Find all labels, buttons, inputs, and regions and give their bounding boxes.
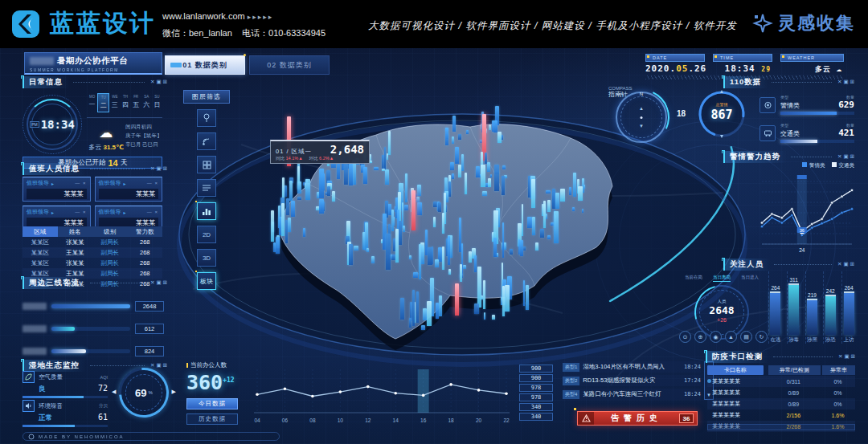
layer-2d-button[interactable]: 2D: [197, 226, 216, 243]
window-icon[interactable]: ▣: [843, 153, 848, 160]
logo-icon: [11, 8, 43, 40]
expand-icon[interactable]: ⊞: [850, 79, 854, 85]
data110-row-traffic: 类型数量 交通类421: [760, 123, 854, 143]
person-counter: 当前在岗 当日离岗 当日进入 人员 2648 +26: [685, 275, 759, 340]
table-row[interactable]: 某某某某某0/890%: [707, 398, 855, 409]
compass[interactable]: N ▲ ▼: [616, 92, 667, 143]
table-row[interactable]: 某某某某某2/1561.6%: [707, 409, 855, 421]
layer-signal-button[interactable]: [197, 132, 216, 150]
services-tagline: 大数据可视化设计 / 软件界面设计 / 网站建设 / 手机及小程序设计 / 软件…: [368, 19, 737, 33]
window-icon[interactable]: ▣: [156, 165, 161, 172]
stat-boxes: 900 900 978 978 340 340: [519, 365, 553, 421]
alert-row[interactable]: 类型4某路口有小汽车连闯三个红灯18:24: [563, 389, 701, 400]
speaker-icon: [23, 400, 35, 412]
trend-legend: 警情类 交通类: [760, 162, 854, 169]
panel-title-focus-people: 关注人员 ✕▣⊞: [723, 259, 854, 270]
layer-grid-button[interactable]: [197, 156, 216, 173]
layer-3d-button[interactable]: 3D: [197, 249, 216, 267]
today-data-button[interactable]: 今日数据: [186, 398, 238, 409]
gauge-right-arrow[interactable]: ▶: [172, 389, 176, 395]
focus-bar: 242涉恐: [823, 271, 837, 344]
expand-icon[interactable]: ⊞: [163, 79, 167, 85]
duty-card[interactable]: 值班领导▸— ×某某某: [95, 177, 163, 202]
expand-icon[interactable]: ⊞: [163, 165, 167, 172]
window-icon[interactable]: ▣: [844, 353, 849, 360]
weekday[interactable]: TH四: [120, 93, 130, 112]
window-icon[interactable]: ▣: [843, 261, 848, 267]
gauge-left-arrow[interactable]: ◀: [112, 389, 116, 395]
table-row[interactable]: 某某区张某某副局长268: [23, 258, 162, 268]
svg-text:20: 20: [476, 418, 482, 423]
week-strip: MO一 TU二 WE三 TH四 FR五 SA六 SU日: [87, 93, 162, 112]
office-count-block: 当前办公人数 360+12 今日数据 历史数据: [186, 361, 249, 425]
weekday[interactable]: SU日: [152, 93, 162, 112]
table-row[interactable]: 某某区张某某副局长268: [23, 237, 162, 247]
analog-digital-clock: PM18:34: [23, 95, 82, 154]
table-row[interactable]: 某某区王某某副局长268: [23, 247, 162, 258]
table-header: 区域姓名级别警力数: [23, 226, 162, 237]
divider: [87, 117, 162, 118]
history-data-button[interactable]: 历史数据: [186, 413, 238, 425]
close-icon[interactable]: ✕: [150, 165, 154, 172]
duty-leader-cards: 值班领导▸— ×某某某 值班领导▸— ×某某某 值班领导▸— ×某某某 值班领导…: [23, 177, 162, 230]
alert-row[interactable]: 类型2RD13-53烟感报警疑似火灾17:24: [563, 375, 701, 386]
window-icon[interactable]: ▣: [156, 279, 161, 286]
layer-pin-button[interactable]: [197, 109, 216, 127]
total-alarm-gauge: 总警情 867: [696, 88, 747, 140]
tab-left-today[interactable]: 当日离岗: [713, 275, 731, 282]
close-icon[interactable]: ✕: [150, 279, 154, 286]
logo[interactable]: 蓝蓝设计: [11, 7, 156, 40]
svg-text:12: 12: [365, 418, 371, 423]
focus-people-bar-chart: 264在逃311涉毒219涉黑242涉恐264上访: [768, 271, 855, 344]
inspiration-collect[interactable]: 灵感收集: [752, 11, 855, 35]
svg-text:14: 14: [393, 418, 399, 423]
expand-icon[interactable]: ⊞: [850, 261, 854, 267]
weekday[interactable]: WE三: [109, 93, 120, 112]
map-tool-add-icon[interactable]: ⊕: [694, 331, 706, 343]
expand-icon[interactable]: ⊞: [851, 353, 855, 360]
weekday[interactable]: TU二: [97, 93, 109, 112]
diamond-icon: [28, 434, 35, 440]
map-tool-refresh-icon[interactable]: ↻: [755, 331, 768, 343]
compass-value: 18: [677, 109, 686, 118]
checkpoint-table: 卡口名称异常/已检测异常率 某某某某某0/3110% 某某某某某0/890% 某…: [707, 365, 855, 432]
close-icon[interactable]: ✕: [837, 261, 841, 267]
dashboard: 暑期办公协作平台 SUMMER WORKING PLATFORM 01 数据类别…: [0, 48, 868, 444]
map-tool-layers-icon[interactable]: ▤: [740, 331, 752, 343]
close-icon[interactable]: ✕: [150, 79, 154, 85]
weekday[interactable]: FR五: [131, 93, 141, 112]
duty-card[interactable]: 值班领导▸— ×某某某: [23, 177, 91, 202]
map-tool-target-icon[interactable]: ⊙: [679, 331, 691, 343]
table-row[interactable]: 某某某某某0/890%: [707, 387, 855, 398]
window-icon[interactable]: ▣: [843, 79, 848, 85]
air-quality-metric: 空气质量AQI 良72: [23, 371, 108, 398]
passenger-flow-bars: 2648 612 824: [23, 291, 164, 358]
layer-filter-panel: 图层筛选 2D 3D 板块: [183, 90, 230, 290]
expand-icon[interactable]: ⊞: [850, 153, 854, 160]
layer-list-button[interactable]: [197, 179, 216, 197]
weekday[interactable]: MO一: [87, 93, 97, 112]
weekday[interactable]: SA六: [141, 93, 152, 112]
layer-block-button[interactable]: 板块: [197, 272, 216, 290]
tab-current[interactable]: 当前在岗: [685, 275, 702, 282]
panel-title-passenger-flow: 周边三线客流 ✕▣⊞: [23, 277, 167, 288]
website-link[interactable]: www.lanlanwork.com: [162, 11, 245, 21]
close-icon[interactable]: ✕: [837, 79, 841, 85]
censored-line-label: [23, 303, 47, 310]
flow-row: 2648: [23, 299, 164, 313]
close-icon[interactable]: ✕: [837, 153, 841, 160]
close-icon[interactable]: ✕: [838, 353, 842, 360]
window-icon[interactable]: ▣: [156, 79, 161, 85]
alert-history-bar[interactable]: 告警历史 36: [577, 411, 698, 426]
table-row[interactable]: 某某某某某0/3110%: [707, 376, 855, 387]
censored-line-label: [23, 348, 47, 355]
wechat-label: 微信：ben_lanlan: [162, 28, 232, 38]
alert-row[interactable]: 类型1湿地3-104片区有不明人员闯入18:24: [563, 361, 701, 373]
expand-icon[interactable]: ⊞: [163, 279, 167, 286]
tab-entered-today[interactable]: 当日进入: [741, 275, 759, 282]
stat-box: 340: [519, 413, 553, 421]
layer-chart-button[interactable]: [197, 202, 216, 220]
map-tool-up-icon[interactable]: ▲: [725, 331, 737, 343]
svg-text:22: 22: [503, 418, 510, 423]
map-tool-locate-icon[interactable]: ◉: [710, 331, 722, 343]
